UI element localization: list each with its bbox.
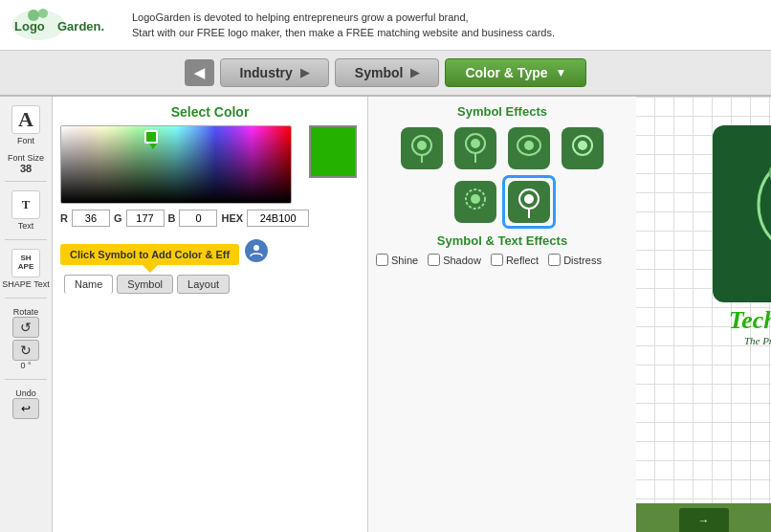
reflect-checkbox-item[interactable]: Reflect	[491, 254, 539, 266]
effects-icons	[376, 124, 628, 226]
sidebar-rotate: Rotate ↺ ↻ 0 °	[0, 303, 52, 374]
reflect-checkbox[interactable]	[491, 254, 503, 266]
tooltip-row: Click Symbol to Add Color & Eff	[60, 236, 360, 265]
divider1	[5, 181, 46, 182]
click-symbol-button[interactable]: Click Symbol to Add Color & Eff	[60, 244, 239, 265]
shape-text-icon-box: SHAPE	[11, 249, 40, 277]
logogarden-logo: Logo Garden.	[10, 6, 124, 44]
effect-icon-5[interactable]	[452, 178, 499, 226]
logo-text-container: TechReviewPro The Pro Review of Technolo…	[713, 306, 771, 346]
logo-symbol	[735, 152, 772, 277]
shine-checkbox-item[interactable]: Shine	[376, 254, 418, 266]
header: Logo Garden. LogoGarden is devoted to he…	[0, 0, 771, 51]
shadow-checkbox[interactable]	[428, 254, 440, 266]
color-gradient-canvas[interactable]	[60, 125, 292, 204]
distress-checkbox[interactable]	[548, 254, 561, 266]
sub-tabs: Name Symbol Layout	[60, 275, 360, 294]
tagline: LogoGarden is devoted to helping entrepr…	[132, 10, 555, 41]
sidebar-undo: Undo ↩	[11, 385, 41, 423]
effects-panel: Symbol Effects Symbol & Text Effects	[368, 97, 636, 532]
shine-checkbox[interactable]	[376, 254, 388, 266]
svg-point-22	[471, 194, 480, 204]
g-label: G	[114, 212, 122, 224]
rotate-ccw-button[interactable]: ↺	[12, 317, 39, 338]
shape-text-label: SHAPE Text	[2, 279, 49, 289]
hex-input[interactable]	[247, 210, 309, 227]
logo-shape	[713, 125, 771, 302]
color-gradient-container[interactable]	[60, 125, 292, 204]
color-panel: Select Color R G B HEX Click Symbol to A…	[53, 97, 368, 532]
svg-point-4	[38, 9, 48, 18]
distress-label: Distress	[563, 255, 602, 266]
layout-subtab[interactable]: Layout	[177, 275, 230, 294]
bottom-bar: →	[636, 503, 771, 532]
effect-icon-2[interactable]	[452, 124, 499, 172]
svg-point-19	[578, 141, 587, 150]
b-label: B	[168, 212, 176, 224]
logo-canvas: TechReviewPro The Pro Review of Technolo…	[713, 125, 771, 336]
sidebar-font[interactable]: A Font	[0, 101, 52, 149]
color-type-tab[interactable]: Color & Type ▼	[445, 58, 586, 87]
color-picker-marker[interactable]	[144, 130, 158, 144]
logo-sub-text: The Pro Review of Technology	[713, 335, 771, 346]
rotate-label: Rotate	[13, 307, 39, 317]
divider4	[5, 379, 46, 380]
sidebar: A Font Font Size 38 T Text SHAPE SHAPE T…	[0, 97, 53, 532]
next-button[interactable]: →	[679, 508, 729, 533]
color-picker-container	[60, 125, 360, 204]
text-icon-box: T	[11, 190, 40, 219]
font-icon-box: A	[11, 105, 40, 134]
symbol-subtab[interactable]: Symbol	[117, 275, 173, 294]
effect-icon-3[interactable]	[505, 124, 553, 172]
undo-label: Undo	[15, 388, 36, 398]
divider3	[5, 298, 46, 299]
shine-label: Shine	[391, 255, 418, 266]
shadow-checkbox-item[interactable]: Shadow	[428, 254, 481, 266]
effect-icon-4[interactable]	[559, 124, 606, 172]
sidebar-font-size: Font Size 38	[6, 151, 46, 176]
click-tooltip-text: Click Symbol to Add Color & Eff	[70, 249, 230, 260]
divider2	[5, 239, 46, 240]
symbol-text-effects-title: Symbol & Text Effects	[376, 233, 628, 248]
shadow-label: Shadow	[443, 255, 481, 266]
effect-icon-6[interactable]	[505, 178, 553, 226]
g-input[interactable]	[126, 210, 165, 227]
rgb-inputs: R G B HEX	[60, 210, 360, 227]
text-t-icon: T	[22, 197, 31, 212]
text-label: Text	[18, 221, 34, 231]
reflect-label: Reflect	[506, 255, 539, 266]
color-arrow-icon: ▼	[556, 66, 567, 79]
industry-tab-label: Industry	[240, 65, 293, 80]
tooltip-container: Click Symbol to Add Color & Eff	[60, 236, 360, 265]
symbol-tab-label: Symbol	[355, 65, 404, 80]
shape-text-icon: SHAPE	[18, 255, 33, 272]
hex-label: HEX	[221, 212, 243, 224]
symbol-tab[interactable]: Symbol ▶	[335, 58, 440, 87]
canvas-area[interactable]: TechReviewPro The Pro Review of Technolo…	[636, 97, 771, 532]
font-a-icon: A	[18, 107, 33, 132]
sidebar-text[interactable]: T Text	[0, 187, 52, 234]
svg-point-5	[253, 245, 259, 251]
sidebar-shape-text[interactable]: SHAPE SHAPE Text	[0, 245, 52, 293]
nav-tabs: ◀ Industry ▶ Symbol ▶ Color & Type ▼	[0, 51, 771, 97]
logo-area: Logo Garden. LogoGarden is devoted to he…	[10, 6, 555, 44]
distress-checkbox-item[interactable]: Distress	[548, 254, 602, 266]
svg-text:Logo: Logo	[14, 19, 45, 33]
name-subtab[interactable]: Name	[64, 275, 113, 294]
main-content: A Font Font Size 38 T Text SHAPE SHAPE T…	[0, 97, 771, 532]
svg-point-12	[471, 139, 480, 148]
svg-text:Garden.: Garden.	[57, 19, 104, 33]
symbol-effects-title: Symbol Effects	[376, 104, 628, 119]
undo-button[interactable]: ↩	[12, 398, 39, 419]
b-input[interactable]	[179, 210, 217, 227]
logo-main-text: TechReviewPro	[713, 306, 771, 335]
color-swatch	[309, 125, 357, 178]
industry-tab[interactable]: Industry ▶	[220, 58, 329, 87]
symbol-arrow-icon: ▶	[410, 66, 419, 79]
effect-icon-1[interactable]	[398, 124, 446, 172]
rotate-cw-button[interactable]: ↻	[12, 340, 39, 361]
prev-tab-button[interactable]: ◀	[185, 59, 214, 86]
font-size-label: Font Size	[8, 153, 44, 163]
svg-point-25	[524, 194, 534, 204]
r-input[interactable]	[72, 210, 110, 227]
